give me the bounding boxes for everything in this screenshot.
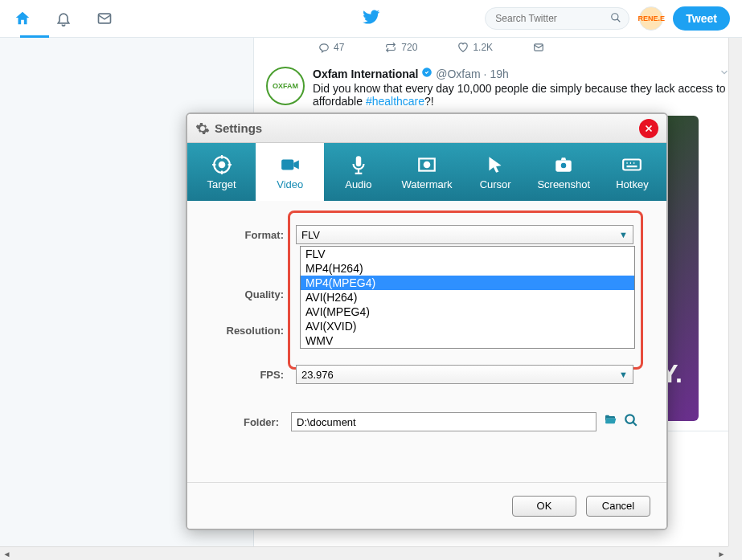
tweet-name: Oxfam International: [313, 67, 418, 80]
fps-combo[interactable]: 23.976 ▼: [296, 365, 633, 384]
tab-cursor[interactable]: Cursor: [461, 143, 530, 201]
tweet-header: Oxfam International @Oxfam · 19h: [313, 67, 730, 80]
dialog-footer: OK Cancel: [187, 482, 666, 529]
svg-rect-12: [624, 159, 642, 170]
folder-open-icon[interactable]: [603, 413, 617, 431]
tweet-avatar[interactable]: OXFAM: [266, 67, 305, 105]
row-fps: FPS: 23.976 ▼: [215, 365, 638, 384]
tab-audio-label: Audio: [345, 178, 371, 190]
active-tab-underline: [20, 35, 49, 38]
vertical-scrollbar[interactable]: [728, 38, 742, 546]
tab-target-label: Target: [207, 178, 236, 190]
like-action[interactable]: 1.2K: [457, 42, 493, 53]
label-quality: Quality:: [215, 288, 296, 300]
search-icon[interactable]: [610, 12, 621, 27]
fps-value: 23.976: [301, 369, 334, 381]
search-input[interactable]: [485, 7, 629, 30]
svg-point-5: [219, 161, 224, 167]
format-option[interactable]: FLV: [301, 247, 634, 261]
row-format: Format: FLV ▼: [215, 225, 638, 244]
header-right: RENE.E Tweet: [485, 6, 730, 31]
label-folder: Folder:: [215, 416, 291, 428]
format-option[interactable]: MP4(MPEG4): [301, 276, 634, 290]
format-option[interactable]: AVI(XVID): [301, 319, 634, 333]
messages-icon[interactable]: [94, 8, 115, 29]
tab-audio[interactable]: Audio: [324, 143, 392, 201]
format-combo[interactable]: FLV ▼: [296, 225, 633, 244]
tab-watermark-label: Watermark: [401, 178, 452, 190]
format-dropdown: FLVMP4(H264)MP4(MPEG4)AVI(H264)AVI(MPEG4…: [300, 246, 635, 349]
tab-video[interactable]: Video: [256, 143, 324, 201]
twitter-header: RENE.E Tweet: [0, 0, 742, 38]
tab-cursor-label: Cursor: [480, 178, 511, 190]
notifications-icon[interactable]: [53, 8, 74, 29]
tweet-text-after: ?!: [424, 95, 434, 108]
tweet-button[interactable]: Tweet: [673, 6, 730, 31]
scroll-track[interactable]: [14, 547, 715, 560]
reply-count: 47: [334, 42, 344, 53]
tab-video-label: Video: [277, 178, 303, 190]
tweet-text: Did you know that every day 10,000 peopl…: [313, 82, 730, 108]
label-format: Format:: [215, 229, 296, 241]
tab-watermark[interactable]: Watermark: [392, 143, 461, 201]
tweet-time: 19h: [490, 67, 508, 80]
row-folder: Folder:: [215, 412, 638, 431]
svg-point-9: [424, 161, 430, 167]
chevron-down-icon: ▼: [619, 370, 628, 379]
format-option[interactable]: WMV: [301, 333, 634, 348]
tweet-handle: @Oxfam: [436, 67, 480, 80]
format-option[interactable]: AVI(MPEG4): [301, 305, 634, 319]
dialog-tabs: Target Video Audio Watermark Cursor Scre…: [187, 143, 666, 201]
prev-tweet-actions: 47 720 1.2K: [254, 38, 742, 57]
retweet-count: 720: [401, 42, 417, 53]
like-count: 1.2K: [473, 42, 493, 53]
format-option[interactable]: MP4(H264): [301, 261, 634, 276]
svg-point-1: [612, 14, 618, 20]
scrollbar-corner: [728, 546, 742, 560]
home-icon[interactable]: [12, 8, 33, 29]
ok-button[interactable]: OK: [512, 496, 576, 517]
nav: [12, 8, 115, 29]
avatar[interactable]: RENE.E: [639, 6, 663, 31]
svg-rect-7: [356, 156, 362, 166]
label-fps: FPS:: [215, 369, 296, 381]
settings-dialog: Settings Target Video Audio Watermark Cu…: [186, 112, 668, 530]
reply-action[interactable]: 47: [318, 42, 344, 53]
verified-icon: [421, 67, 436, 80]
scroll-left-icon[interactable]: ◄: [0, 547, 14, 560]
twitter-logo-icon[interactable]: [363, 8, 380, 29]
folder-search-icon[interactable]: [624, 413, 638, 431]
search-wrap: [485, 7, 629, 30]
dialog-titlebar[interactable]: Settings: [187, 114, 666, 143]
tab-target[interactable]: Target: [187, 143, 256, 201]
folder-input[interactable]: [291, 412, 596, 431]
close-button[interactable]: [639, 119, 658, 138]
format-value: FLV: [301, 229, 320, 241]
cancel-button[interactable]: Cancel: [586, 496, 650, 517]
dialog-body: Format: FLV ▼ FLVMP4(H264)MP4(MPEG4)AVI(…: [187, 201, 666, 482]
tab-hotkey[interactable]: Hotkey: [598, 143, 666, 201]
dialog-title: Settings: [215, 121, 262, 135]
horizontal-scrollbar[interactable]: ◄ ►: [0, 546, 728, 560]
gear-icon: [195, 121, 210, 136]
format-option[interactable]: AVI(H264): [301, 290, 634, 305]
scroll-right-icon[interactable]: ►: [715, 547, 728, 560]
retweet-action[interactable]: 720: [384, 42, 417, 53]
svg-rect-6: [281, 159, 293, 170]
dm-action[interactable]: [533, 42, 544, 53]
tab-screenshot-label: Screenshot: [537, 178, 590, 190]
tab-hotkey-label: Hotkey: [616, 178, 648, 190]
tweet-hashtag[interactable]: #healthcare: [366, 95, 424, 108]
svg-point-11: [561, 162, 567, 168]
tab-screenshot[interactable]: Screenshot: [530, 143, 598, 201]
chevron-down-icon: ▼: [619, 230, 628, 239]
svg-point-13: [625, 415, 634, 423]
label-resolution: Resolution:: [215, 325, 296, 337]
